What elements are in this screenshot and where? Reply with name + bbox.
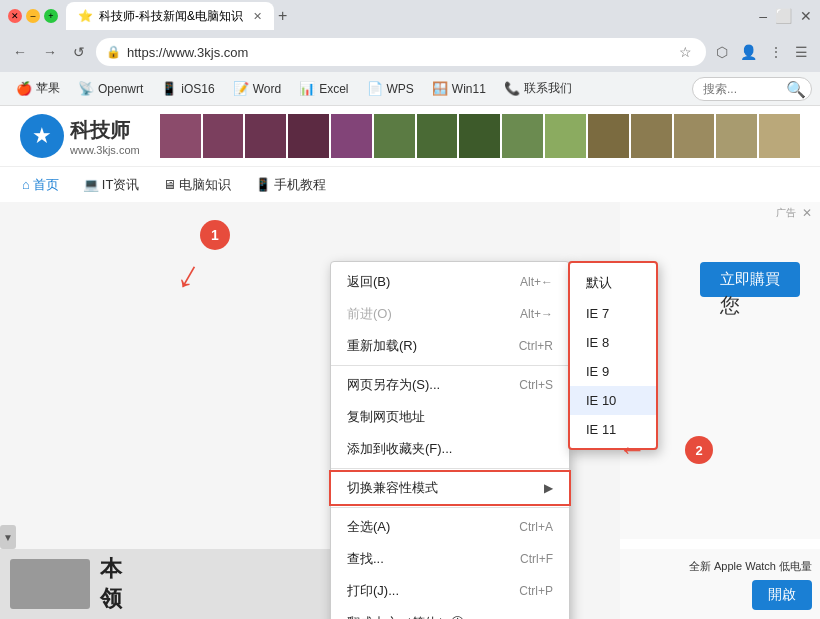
extensions-icon[interactable]: ⬡ [712, 42, 732, 62]
bookmark-apple[interactable]: 🍎 苹果 [8, 77, 68, 100]
bookmark-wps[interactable]: 📄 WPS [359, 78, 422, 99]
bookmark-win11-label: Win11 [452, 82, 486, 96]
search-icon[interactable]: 🔍 [786, 80, 806, 99]
address-actions: ⬡ 👤 ⋮ ☰ [712, 42, 812, 62]
bookmark-star-icon[interactable]: ☆ [675, 42, 696, 62]
context-menu: 返回(B) Alt+← 前进(O) Alt+→ 重新加载(R) Ctrl+R 网… [330, 261, 570, 619]
apple-icon: 🍎 [16, 81, 32, 96]
menu-selectall-shortcut: Ctrl+A [519, 520, 553, 534]
word-icon: 📝 [233, 81, 249, 96]
menu-item-copyurl[interactable]: 复制网页地址 [331, 401, 569, 433]
submenu-item-ie9[interactable]: IE 9 [570, 357, 656, 386]
back-button[interactable]: ← [8, 42, 32, 62]
bookmark-ios16[interactable]: 📱 iOS16 [153, 78, 222, 99]
bookmark-excel[interactable]: 📊 Excel [291, 78, 356, 99]
bookmark-win11[interactable]: 🪟 Win11 [424, 78, 494, 99]
submenu: 默认 IE 7 IE 8 IE 9 IE 10 IE 11 [568, 261, 658, 450]
close-btn[interactable]: ✕ [800, 8, 812, 24]
menu-compat-arrow: ▶ [544, 481, 553, 495]
menu-forward-shortcut: Alt+→ [520, 307, 553, 321]
wifi-icon: 📡 [78, 81, 94, 96]
submenu-item-ie7[interactable]: IE 7 [570, 299, 656, 328]
close-window-btn[interactable]: ✕ [8, 9, 22, 23]
menu-addfav-label: 添加到收藏夹(F)... [347, 440, 553, 458]
bookmark-wps-label: WPS [387, 82, 414, 96]
excel-icon: 📊 [299, 81, 315, 96]
maximize-window-btn[interactable]: + [44, 9, 58, 23]
menu-item-reload[interactable]: 重新加载(R) Ctrl+R [331, 330, 569, 362]
menu-item-addfav[interactable]: 添加到收藏夹(F)... [331, 433, 569, 465]
menu-item-print[interactable]: 打印(J)... Ctrl+P [331, 575, 569, 607]
bookmark-openwrt[interactable]: 📡 Openwrt [70, 78, 151, 99]
address-input-wrap[interactable]: 🔒 https://www.3kjs.com ☆ [96, 38, 706, 66]
context-menu-overlay: 返回(B) Alt+← 前进(O) Alt+→ 重新加载(R) Ctrl+R 网… [0, 106, 820, 619]
profile-icon[interactable]: 👤 [736, 42, 761, 62]
phone2-icon: 📞 [504, 81, 520, 96]
new-tab-button[interactable]: + [278, 7, 287, 25]
menu-reload-shortcut: Ctrl+R [519, 339, 553, 353]
page-content: ★ 科技师 www.3kjs.com ⌂ 首页 💻 IT资讯 🖥 电脑知识 📱 … [0, 106, 820, 619]
menu-selectall-label: 全选(A) [347, 518, 509, 536]
bookmark-openwrt-label: Openwrt [98, 82, 143, 96]
bookmark-apple-label: 苹果 [36, 80, 60, 97]
menu-reload-label: 重新加载(R) [347, 337, 509, 355]
address-text: https://www.3kjs.com [127, 45, 669, 60]
red-arrow-2: ← [618, 434, 646, 466]
menu-item-forward[interactable]: 前进(O) Alt+→ [331, 298, 569, 330]
menu-find-shortcut: Ctrl+F [520, 552, 553, 566]
phone-icon: 📱 [161, 81, 177, 96]
menu-print-shortcut: Ctrl+P [519, 584, 553, 598]
lock-icon: 🔒 [106, 45, 121, 59]
window-controls: – ⬜ ✕ [759, 8, 812, 24]
bookmark-contact-label: 联系我们 [524, 80, 572, 97]
reload-button[interactable]: ↺ [68, 42, 90, 62]
menu-sep-2 [331, 468, 569, 469]
tab-close-btn[interactable]: ✕ [253, 10, 262, 23]
menu-item-translate[interactable]: 翻成中文（简体）① [331, 607, 569, 619]
menu-sep-1 [331, 365, 569, 366]
menu-sep-3 [331, 507, 569, 508]
forward-button[interactable]: → [38, 42, 62, 62]
traffic-lights: ✕ – + [8, 9, 58, 23]
bookmarks-bar: 🍎 苹果 📡 Openwrt 📱 iOS16 📝 Word 📊 Excel 📄 … [0, 72, 820, 106]
tab-title: 科技师-科技新闻&电脑知识 [99, 8, 243, 25]
menu-forward-label: 前进(O) [347, 305, 510, 323]
menu-back-label: 返回(B) [347, 273, 510, 291]
title-bar: ✕ – + ⭐ 科技师-科技新闻&电脑知识 ✕ + – ⬜ ✕ [0, 0, 820, 32]
menu-item-selectall[interactable]: 全选(A) Ctrl+A [331, 511, 569, 543]
bookmark-ios16-label: iOS16 [181, 82, 214, 96]
menu-print-label: 打印(J)... [347, 582, 509, 600]
tab-favicon: ⭐ [78, 9, 93, 23]
active-tab[interactable]: ⭐ 科技师-科技新闻&电脑知识 ✕ [66, 2, 274, 30]
wps-icon: 📄 [367, 81, 383, 96]
win-icon: 🪟 [432, 81, 448, 96]
minimize-window-btn[interactable]: – [26, 9, 40, 23]
more-menu-icon[interactable]: ⋮ [765, 42, 787, 62]
tab-bar: ⭐ 科技师-科技新闻&电脑知识 ✕ + [66, 2, 751, 30]
submenu-item-ie10[interactable]: IE 10 [570, 386, 656, 415]
menu-item-back[interactable]: 返回(B) Alt+← [331, 266, 569, 298]
address-bar: ← → ↺ 🔒 https://www.3kjs.com ☆ ⬡ 👤 ⋮ ☰ [0, 32, 820, 72]
menu-saveas-label: 网页另存为(S)... [347, 376, 509, 394]
menu-find-label: 查找... [347, 550, 510, 568]
annotation-circle-2: 2 [685, 436, 713, 464]
bookmark-word[interactable]: 📝 Word [225, 78, 289, 99]
menu-copyurl-label: 复制网页地址 [347, 408, 553, 426]
settings-icon[interactable]: ☰ [791, 42, 812, 62]
menu-saveas-shortcut: Ctrl+S [519, 378, 553, 392]
bookmark-excel-label: Excel [319, 82, 348, 96]
menu-compat-label: 切换兼容性模式 [347, 479, 544, 497]
minimize-btn[interactable]: – [759, 8, 767, 24]
menu-back-shortcut: Alt+← [520, 275, 553, 289]
bookmark-word-label: Word [253, 82, 281, 96]
menu-item-compat[interactable]: 切换兼容性模式 ▶ [331, 472, 569, 504]
restore-btn[interactable]: ⬜ [775, 8, 792, 24]
menu-item-find[interactable]: 查找... Ctrl+F [331, 543, 569, 575]
bookmark-contact[interactable]: 📞 联系我们 [496, 77, 580, 100]
submenu-item-default[interactable]: 默认 [570, 267, 656, 299]
submenu-item-ie8[interactable]: IE 8 [570, 328, 656, 357]
menu-item-saveas[interactable]: 网页另存为(S)... Ctrl+S [331, 369, 569, 401]
menu-translate-label: 翻成中文（简体）① [347, 614, 553, 619]
